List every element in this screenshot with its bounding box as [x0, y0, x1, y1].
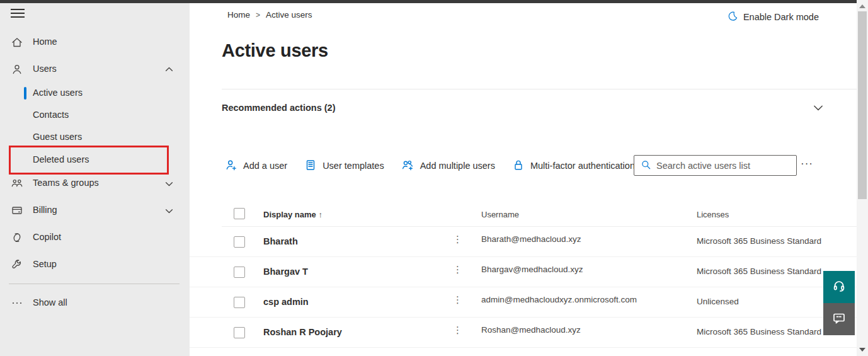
- chevron-down-icon[interactable]: [165, 180, 173, 188]
- cell-licenses: Microsoft 365 Business Standard: [697, 327, 821, 336]
- toolbar-action-label: Add a user: [243, 161, 287, 171]
- kebab-menu-icon[interactable]: ⋮: [453, 265, 462, 274]
- toolbar-action-label: User templates: [323, 161, 384, 171]
- cell-display-name[interactable]: Bhargav T: [263, 267, 308, 277]
- home-icon: [11, 36, 23, 49]
- chevron-up-icon[interactable]: [165, 66, 173, 74]
- teams-groups-icon: [11, 177, 23, 190]
- enable-dark-mode-button[interactable]: Enable Dark mode: [728, 11, 819, 23]
- feedback-button[interactable]: [823, 303, 855, 335]
- sidebar-item-label: Setup: [33, 259, 57, 269]
- kebab-menu-icon[interactable]: ⋮: [453, 234, 462, 244]
- chat-bubble-icon: [831, 311, 847, 328]
- table-row[interactable]: Bharath ⋮ Bharath@medhacloud.xyz Microso…: [190, 227, 857, 257]
- search-box: [634, 155, 797, 176]
- sidebar-item-guest-users[interactable]: Guest users: [0, 127, 190, 148]
- select-all-checkbox[interactable]: [234, 208, 245, 219]
- recommended-actions-header[interactable]: Recommended actions (2): [222, 103, 336, 113]
- column-header-username[interactable]: Username: [481, 210, 519, 219]
- sort-ascending-icon: ↑: [318, 210, 323, 219]
- sidebar-item-label: Billing: [33, 205, 57, 215]
- sidebar-item-teams-groups[interactable]: Teams & groups: [0, 173, 190, 194]
- row-checkbox[interactable]: [234, 236, 245, 248]
- search-icon: [641, 159, 651, 172]
- vertical-scrollbar[interactable]: [857, 0, 868, 356]
- table-row[interactable]: Bhargav T ⋮ Bhargav@medhacloud.xyz Micro…: [190, 257, 857, 287]
- copilot-icon: [11, 231, 23, 244]
- actions-toolbar: Add a user User templates Add multiple u…: [225, 155, 635, 176]
- section-divider: [222, 89, 857, 89]
- sidebar-item-billing[interactable]: Billing: [0, 200, 190, 221]
- table-row[interactable]: csp admin ⋮ admin@medhacloudxyz.onmicros…: [190, 287, 857, 318]
- chevron-down-icon[interactable]: [165, 207, 173, 215]
- add-user-icon: [225, 159, 237, 173]
- cell-display-name[interactable]: Roshan R Poojary: [263, 327, 342, 337]
- sidebar-item-label: Show all: [33, 297, 67, 307]
- toolbar-action-label: Add multiple users: [420, 161, 495, 171]
- cell-licenses: Unlicensed: [697, 297, 739, 306]
- column-header-display-name[interactable]: Display name ↑: [263, 210, 323, 219]
- sidebar-item-label: Guest users: [33, 132, 82, 142]
- cell-display-name[interactable]: Bharath: [263, 236, 298, 246]
- hamburger-menu-icon[interactable]: [11, 9, 25, 19]
- breadcrumb-current: Active users: [266, 10, 312, 20]
- sidebar-item-contacts[interactable]: Contacts: [0, 105, 190, 126]
- more-actions-button[interactable]: ···: [801, 158, 813, 170]
- sidebar-item-label: Teams & groups: [33, 178, 99, 188]
- cell-username: Bharath@medhacloud.xyz: [481, 234, 581, 244]
- scrollbar-thumb[interactable]: [858, 11, 867, 199]
- support-button[interactable]: [823, 271, 855, 303]
- cell-licenses: Microsoft 365 Business Standard: [697, 267, 821, 276]
- sidebar-divider: [9, 284, 180, 284]
- sidebar-item-show-all[interactable]: Show all: [0, 292, 190, 314]
- breadcrumb: Home > Active users: [227, 10, 312, 20]
- cell-username: Roshan@medhacloud.xyz: [481, 325, 581, 335]
- search-input[interactable]: [656, 161, 791, 171]
- sidebar-item-copilot[interactable]: Copilot: [0, 227, 190, 248]
- row-checkbox[interactable]: [234, 327, 245, 338]
- chevron-down-icon[interactable]: [813, 102, 824, 113]
- column-header-licenses[interactable]: Licenses: [697, 210, 729, 219]
- page-title: Active users: [222, 40, 328, 61]
- kebab-menu-icon[interactable]: ⋮: [453, 325, 462, 335]
- top-border-bar: [0, 0, 857, 3]
- kebab-menu-icon[interactable]: ⋮: [453, 295, 462, 304]
- user-templates-icon: [304, 159, 317, 173]
- add-a-user-button[interactable]: Add a user: [225, 159, 287, 173]
- cell-username: admin@medhacloudxyz.onmicrosoft.com: [481, 295, 637, 304]
- sidebar-item-users[interactable]: Users: [0, 59, 190, 80]
- sidebar-item-label: Contacts: [33, 110, 69, 120]
- mfa-lock-icon: [512, 159, 525, 173]
- breadcrumb-separator: >: [256, 11, 260, 20]
- cell-username: Bhargav@medhacloud.xyz: [481, 265, 583, 274]
- billing-card-icon: [11, 204, 23, 217]
- m365-admin-active-users-page: Home Users Active users Contacts Guest u…: [0, 0, 868, 356]
- cell-licenses: Microsoft 365 Business Standard: [697, 236, 821, 246]
- scroll-up-arrow-icon[interactable]: [859, 4, 865, 8]
- toolbar-action-label: Multi-factor authentication: [530, 161, 635, 171]
- sidebar-item-deleted-users[interactable]: Deleted users: [0, 149, 190, 171]
- ellipsis-icon: [11, 297, 23, 309]
- sidebar-item-setup[interactable]: Setup: [0, 254, 190, 275]
- user-icon: [11, 63, 23, 76]
- breadcrumb-home-link[interactable]: Home: [227, 10, 250, 20]
- table-header-row: Display name ↑ Username Licenses: [190, 204, 857, 226]
- multi-factor-authentication-button[interactable]: Multi-factor authentication: [512, 159, 635, 173]
- user-templates-button[interactable]: User templates: [304, 159, 384, 173]
- sidebar-item-label: Home: [33, 37, 57, 47]
- row-checkbox[interactable]: [234, 267, 245, 278]
- table-row[interactable]: Roshan R Poojary ⋮ Roshan@medhacloud.xyz…: [190, 318, 857, 348]
- sidebar-item-label: Active users: [33, 88, 83, 98]
- dark-mode-label: Enable Dark mode: [743, 12, 819, 22]
- sidebar-item-label: Users: [33, 64, 57, 74]
- moon-icon: [728, 11, 738, 23]
- sidebar-item-active-users[interactable]: Active users: [0, 83, 190, 104]
- sidebar-item-label: Copilot: [33, 232, 61, 242]
- add-multiple-users-icon: [401, 159, 414, 173]
- cell-display-name[interactable]: csp admin: [263, 297, 309, 307]
- add-multiple-users-button[interactable]: Add multiple users: [401, 159, 495, 173]
- sidebar-item-label: Deleted users: [33, 154, 89, 164]
- row-checkbox[interactable]: [234, 297, 245, 308]
- sidebar-item-home[interactable]: Home: [0, 32, 190, 53]
- scroll-down-arrow-icon[interactable]: [859, 348, 865, 352]
